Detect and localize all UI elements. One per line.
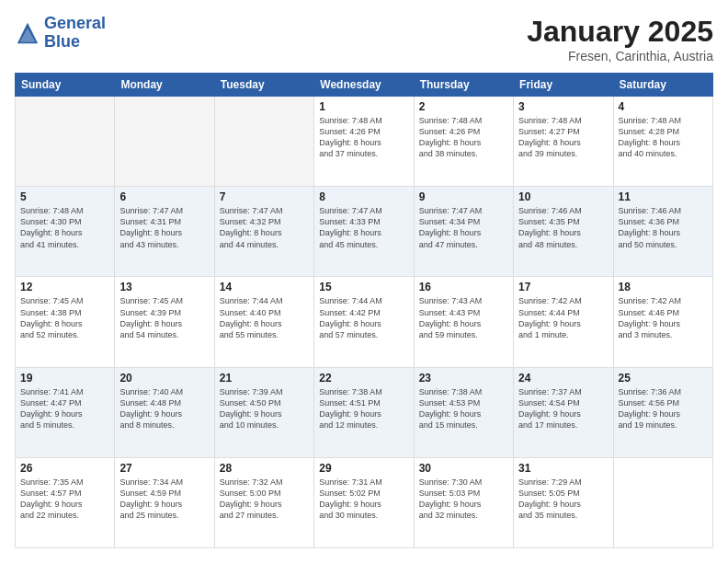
day-info: Sunrise: 7:48 AM Sunset: 4:26 PM Dayligh… <box>319 115 408 160</box>
day-info: Sunrise: 7:48 AM Sunset: 4:26 PM Dayligh… <box>419 115 508 160</box>
day-info: Sunrise: 7:42 AM Sunset: 4:44 PM Dayligh… <box>518 295 608 340</box>
calendar-cell: 18Sunrise: 7:42 AM Sunset: 4:46 PM Dayli… <box>613 277 712 367</box>
col-thursday: Thursday <box>414 74 513 97</box>
calendar-cell: 28Sunrise: 7:32 AM Sunset: 5:00 PM Dayli… <box>214 457 313 547</box>
calendar-cell: 9Sunrise: 7:47 AM Sunset: 4:34 PM Daylig… <box>414 187 513 277</box>
day-number: 24 <box>518 372 608 385</box>
location: Fresen, Carinthia, Austria <box>527 49 713 63</box>
day-number: 27 <box>119 462 209 475</box>
day-number: 29 <box>319 462 408 475</box>
calendar-cell: 12Sunrise: 7:45 AM Sunset: 4:38 PM Dayli… <box>16 277 115 367</box>
day-info: Sunrise: 7:29 AM Sunset: 5:05 PM Dayligh… <box>518 477 608 522</box>
day-number: 18 <box>619 281 708 293</box>
day-number: 25 <box>619 372 708 385</box>
day-info: Sunrise: 7:42 AM Sunset: 4:46 PM Dayligh… <box>619 295 708 340</box>
calendar-row-5: 26Sunrise: 7:35 AM Sunset: 4:57 PM Dayli… <box>16 457 713 547</box>
day-number: 10 <box>518 190 608 203</box>
calendar-cell: 3Sunrise: 7:48 AM Sunset: 4:27 PM Daylig… <box>514 97 613 187</box>
day-info: Sunrise: 7:35 AM Sunset: 4:57 PM Dayligh… <box>20 477 109 522</box>
day-number: 31 <box>518 462 608 475</box>
calendar-cell: 25Sunrise: 7:36 AM Sunset: 4:56 PM Dayli… <box>613 367 712 457</box>
calendar-cell <box>16 97 115 187</box>
day-number: 7 <box>220 190 309 203</box>
day-info: Sunrise: 7:48 AM Sunset: 4:27 PM Dayligh… <box>518 115 608 160</box>
calendar-cell: 30Sunrise: 7:30 AM Sunset: 5:03 PM Dayli… <box>414 457 513 547</box>
day-info: Sunrise: 7:41 AM Sunset: 4:47 PM Dayligh… <box>20 386 109 431</box>
calendar-cell: 31Sunrise: 7:29 AM Sunset: 5:05 PM Dayli… <box>514 457 613 547</box>
day-info: Sunrise: 7:38 AM Sunset: 4:53 PM Dayligh… <box>419 386 508 431</box>
day-info: Sunrise: 7:40 AM Sunset: 4:48 PM Dayligh… <box>119 386 209 431</box>
calendar-cell: 6Sunrise: 7:47 AM Sunset: 4:31 PM Daylig… <box>115 187 214 277</box>
day-info: Sunrise: 7:47 AM Sunset: 4:33 PM Dayligh… <box>319 205 408 250</box>
calendar-row-1: 1Sunrise: 7:48 AM Sunset: 4:26 PM Daylig… <box>16 97 713 187</box>
month-title: January 2025 <box>527 15 713 49</box>
calendar-row-3: 12Sunrise: 7:45 AM Sunset: 4:38 PM Dayli… <box>16 277 713 367</box>
calendar-cell: 22Sunrise: 7:38 AM Sunset: 4:51 PM Dayli… <box>314 367 414 457</box>
header: General Blue January 2025 Fresen, Carint… <box>15 15 713 63</box>
calendar-cell: 27Sunrise: 7:34 AM Sunset: 4:59 PM Dayli… <box>115 457 214 547</box>
day-number: 5 <box>20 190 109 203</box>
day-info: Sunrise: 7:30 AM Sunset: 5:03 PM Dayligh… <box>419 477 508 522</box>
calendar-cell: 7Sunrise: 7:47 AM Sunset: 4:32 PM Daylig… <box>214 187 313 277</box>
day-info: Sunrise: 7:47 AM Sunset: 4:31 PM Dayligh… <box>119 205 209 250</box>
col-monday: Monday <box>115 74 214 97</box>
calendar-header-row: Sunday Monday Tuesday Wednesday Thursday… <box>16 74 713 97</box>
day-info: Sunrise: 7:47 AM Sunset: 4:34 PM Dayligh… <box>419 205 508 250</box>
day-info: Sunrise: 7:48 AM Sunset: 4:30 PM Dayligh… <box>20 205 109 250</box>
calendar-cell: 17Sunrise: 7:42 AM Sunset: 4:44 PM Dayli… <box>514 277 613 367</box>
col-friday: Friday <box>514 74 613 97</box>
calendar-cell: 5Sunrise: 7:48 AM Sunset: 4:30 PM Daylig… <box>16 187 115 277</box>
day-number: 8 <box>319 190 408 203</box>
col-saturday: Saturday <box>613 74 712 97</box>
calendar-cell: 4Sunrise: 7:48 AM Sunset: 4:28 PM Daylig… <box>613 97 712 187</box>
day-number: 30 <box>419 462 508 475</box>
day-info: Sunrise: 7:34 AM Sunset: 4:59 PM Dayligh… <box>119 477 209 522</box>
calendar-table: Sunday Monday Tuesday Wednesday Thursday… <box>15 73 713 548</box>
day-info: Sunrise: 7:48 AM Sunset: 4:28 PM Dayligh… <box>619 115 708 160</box>
day-info: Sunrise: 7:31 AM Sunset: 5:02 PM Dayligh… <box>319 477 408 522</box>
calendar-cell: 13Sunrise: 7:45 AM Sunset: 4:39 PM Dayli… <box>115 277 214 367</box>
title-block: January 2025 Fresen, Carinthia, Austria <box>527 15 713 63</box>
day-number: 26 <box>20 462 109 475</box>
day-number: 17 <box>518 281 608 293</box>
calendar-cell: 16Sunrise: 7:43 AM Sunset: 4:43 PM Dayli… <box>414 277 513 367</box>
day-number: 2 <box>419 100 508 113</box>
day-number: 3 <box>518 100 608 113</box>
logo: General Blue <box>15 15 106 52</box>
day-number: 13 <box>119 281 209 293</box>
day-number: 14 <box>220 281 309 293</box>
day-info: Sunrise: 7:37 AM Sunset: 4:54 PM Dayligh… <box>518 386 608 431</box>
day-number: 22 <box>319 372 408 385</box>
calendar-cell: 8Sunrise: 7:47 AM Sunset: 4:33 PM Daylig… <box>314 187 414 277</box>
logo-text: General Blue <box>44 15 106 52</box>
day-info: Sunrise: 7:45 AM Sunset: 4:39 PM Dayligh… <box>119 295 209 340</box>
col-tuesday: Tuesday <box>214 74 313 97</box>
day-number: 6 <box>119 190 209 203</box>
calendar-cell: 14Sunrise: 7:44 AM Sunset: 4:40 PM Dayli… <box>214 277 313 367</box>
col-wednesday: Wednesday <box>314 74 414 97</box>
calendar-cell: 2Sunrise: 7:48 AM Sunset: 4:26 PM Daylig… <box>414 97 513 187</box>
day-info: Sunrise: 7:32 AM Sunset: 5:00 PM Dayligh… <box>220 477 309 522</box>
day-info: Sunrise: 7:44 AM Sunset: 4:40 PM Dayligh… <box>220 295 309 340</box>
day-info: Sunrise: 7:46 AM Sunset: 4:36 PM Dayligh… <box>619 205 708 250</box>
day-number: 4 <box>619 100 708 113</box>
day-number: 1 <box>319 100 408 113</box>
logo-icon <box>15 20 40 46</box>
day-number: 11 <box>619 190 708 203</box>
day-info: Sunrise: 7:47 AM Sunset: 4:32 PM Dayligh… <box>220 205 309 250</box>
calendar-cell <box>214 97 313 187</box>
calendar-row-2: 5Sunrise: 7:48 AM Sunset: 4:30 PM Daylig… <box>16 187 713 277</box>
calendar-cell: 29Sunrise: 7:31 AM Sunset: 5:02 PM Dayli… <box>314 457 414 547</box>
day-number: 20 <box>119 372 209 385</box>
day-info: Sunrise: 7:39 AM Sunset: 4:50 PM Dayligh… <box>220 386 309 431</box>
day-number: 21 <box>220 372 309 385</box>
calendar-cell: 1Sunrise: 7:48 AM Sunset: 4:26 PM Daylig… <box>314 97 414 187</box>
calendar-cell <box>613 457 712 547</box>
calendar-cell: 19Sunrise: 7:41 AM Sunset: 4:47 PM Dayli… <box>16 367 115 457</box>
day-number: 19 <box>20 372 109 385</box>
col-sunday: Sunday <box>16 74 115 97</box>
logo-line2: Blue <box>44 33 106 52</box>
day-info: Sunrise: 7:38 AM Sunset: 4:51 PM Dayligh… <box>319 386 408 431</box>
day-info: Sunrise: 7:43 AM Sunset: 4:43 PM Dayligh… <box>419 295 508 340</box>
day-info: Sunrise: 7:44 AM Sunset: 4:42 PM Dayligh… <box>319 295 408 340</box>
